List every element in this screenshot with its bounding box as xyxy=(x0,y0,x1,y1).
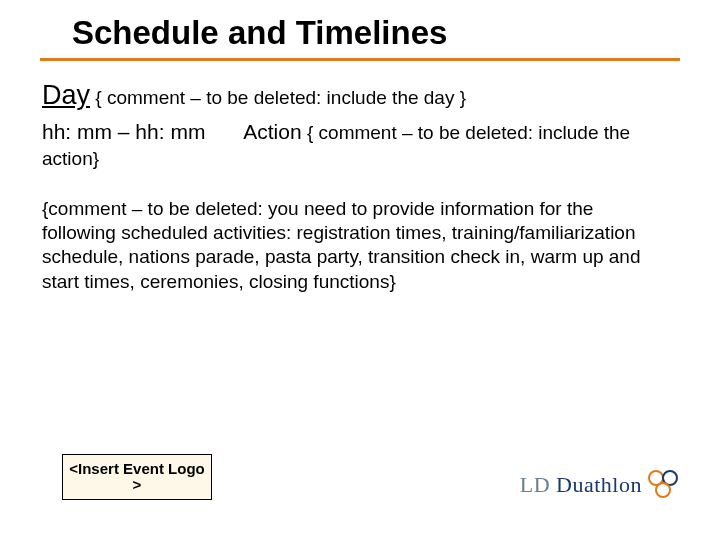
brand-logo: LD Duathlon xyxy=(520,470,682,500)
day-label: Day xyxy=(42,80,90,110)
day-line: Day { comment – to be deleted: include t… xyxy=(42,79,678,113)
brand-du: Duathlon xyxy=(550,472,642,497)
event-logo-placeholder: <Insert Event Logo > xyxy=(62,454,212,500)
event-logo-placeholder-text: <Insert Event Logo > xyxy=(65,461,209,494)
day-comment: { comment – to be deleted: include the d… xyxy=(95,87,466,108)
slide: Schedule and Timelines Day { comment – t… xyxy=(0,0,720,540)
ring-icon xyxy=(655,482,671,498)
brand-text: LD Duathlon xyxy=(520,472,642,498)
time-action-row: hh: mm – hh: mm Action { comment – to be… xyxy=(42,119,678,145)
action-comment-tail: action} xyxy=(42,147,678,171)
title-area: Schedule and Timelines xyxy=(0,0,720,52)
instruction-blurb: {comment – to be deleted: you need to pr… xyxy=(42,197,666,294)
brand-ld: LD xyxy=(520,472,550,497)
rings-icon xyxy=(648,470,682,500)
action-label: Action xyxy=(243,120,301,143)
time-range: hh: mm – hh: mm xyxy=(42,119,238,145)
content-area: Day { comment – to be deleted: include t… xyxy=(0,61,720,294)
action-comment-head: { comment – to be deleted: include the xyxy=(307,122,630,143)
slide-title: Schedule and Timelines xyxy=(72,14,680,52)
